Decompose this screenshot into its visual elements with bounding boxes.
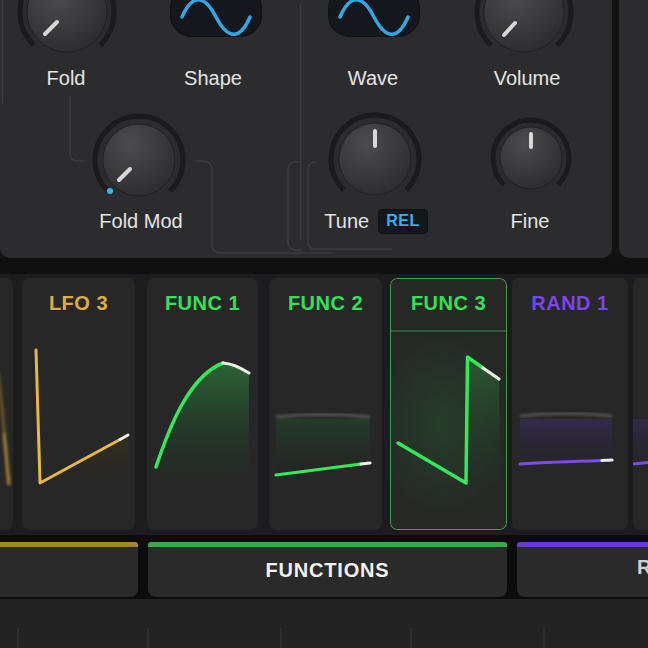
func3-waveform-display xyxy=(390,278,507,530)
cell-divider-tick xyxy=(147,628,149,648)
lfo3-waveform-display xyxy=(22,278,135,530)
volume-label: Volume xyxy=(472,67,582,90)
lower-section-edge xyxy=(0,599,648,648)
fold-knob[interactable] xyxy=(20,0,114,52)
shape-label: Shape xyxy=(158,67,268,90)
tune-rel-toggle[interactable]: REL xyxy=(378,209,428,234)
sine-wave-icon xyxy=(170,0,262,37)
tab-randoms[interactable] xyxy=(517,542,648,597)
tab-accent-purple xyxy=(517,542,648,547)
separator-band xyxy=(0,258,648,274)
tab-lfos[interactable] xyxy=(0,542,138,597)
adjacent-panel-edge xyxy=(619,0,648,258)
wave-selector[interactable] xyxy=(328,0,420,37)
tab-functions[interactable]: FUNCTIONS xyxy=(148,542,507,597)
synth-ui-screen: Fold Shape Wave Volume Fold Mod Tune REL… xyxy=(0,0,648,648)
tune-knob[interactable] xyxy=(331,115,419,195)
mod-slot-lfo2-partial[interactable] xyxy=(0,278,13,530)
wave-label: Wave xyxy=(318,67,428,90)
fine-label: Fine xyxy=(475,210,585,233)
fold-mod-label: Fold Mod xyxy=(86,210,196,233)
rand1-waveform-display xyxy=(512,278,628,530)
tab-randoms-partial-label: R xyxy=(637,556,648,579)
cell-divider-tick xyxy=(410,628,412,648)
tab-lfos-label xyxy=(0,547,138,593)
mod-amount-dot xyxy=(107,188,113,194)
cell-divider-tick xyxy=(17,628,19,648)
tab-functions-label: FUNCTIONS xyxy=(148,547,507,593)
cell-divider-tick xyxy=(543,628,545,648)
func2-waveform-display xyxy=(269,278,382,530)
mod-slot-func1[interactable]: FUNC 1 xyxy=(147,278,258,530)
fold-mod-knob[interactable] xyxy=(95,116,183,196)
shape-selector[interactable] xyxy=(170,0,262,37)
func1-waveform-display xyxy=(147,278,258,530)
cell-divider-tick xyxy=(280,628,282,648)
mod-slot-func2[interactable]: FUNC 2 xyxy=(269,278,382,530)
fold-label: Fold xyxy=(11,67,121,90)
tune-label: Tune xyxy=(324,210,369,233)
mod-slot-rand2-partial[interactable] xyxy=(633,278,648,530)
mod-slot-func3-selected[interactable]: FUNC 3 xyxy=(390,278,507,530)
volume-knob[interactable] xyxy=(477,0,571,52)
oscillator-panel: Fold Shape Wave Volume Fold Mod Tune REL… xyxy=(0,0,612,258)
sine-wave-icon xyxy=(328,0,420,37)
mod-slot-rand1[interactable]: RAND 1 xyxy=(512,278,628,530)
mod-slot-lfo3[interactable]: LFO 3 xyxy=(22,278,135,530)
fine-knob[interactable] xyxy=(493,120,569,189)
